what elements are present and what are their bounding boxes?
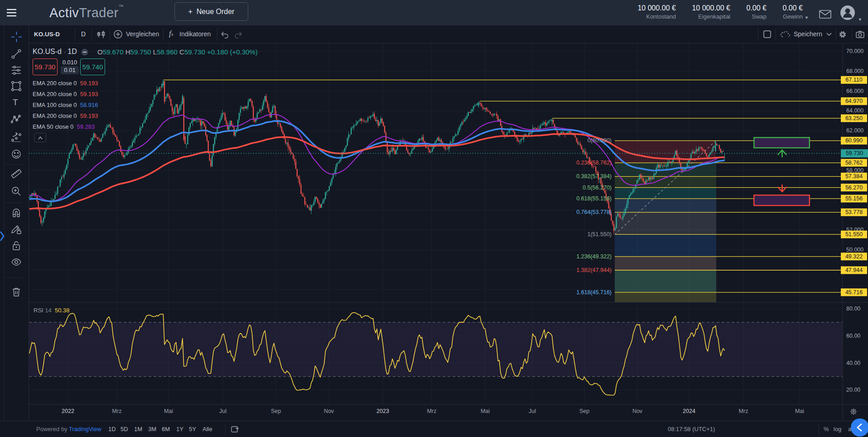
svg-text:0.618(55.156): 0.618(55.156): [576, 195, 612, 202]
svg-text:49.322: 49.322: [845, 253, 863, 260]
svg-text:Mai: Mai: [164, 408, 173, 414]
svg-text:0(60.990): 0(60.990): [587, 137, 612, 144]
svg-text:0.382(57.384): 0.382(57.384): [576, 173, 612, 180]
svg-text:1(51.550): 1(51.550): [587, 231, 612, 238]
svg-text:Nov: Nov: [324, 408, 334, 414]
svg-text:1.382(47.944): 1.382(47.944): [576, 267, 612, 273]
svg-text:57.384: 57.384: [845, 173, 863, 180]
svg-text:Sep: Sep: [579, 408, 589, 414]
svg-text:Mrz: Mrz: [112, 408, 122, 414]
svg-text:58.762: 58.762: [845, 160, 863, 166]
svg-text:Jul: Jul: [219, 408, 227, 414]
svg-text:40.00: 40.00: [846, 360, 860, 366]
svg-text:70.000: 70.000: [846, 48, 863, 54]
svg-text:51.550: 51.550: [845, 231, 863, 238]
svg-text:Mai: Mai: [795, 408, 804, 414]
svg-text:2024: 2024: [683, 408, 695, 414]
svg-text:64.000: 64.000: [846, 107, 863, 114]
svg-text:58.000: 58.000: [846, 167, 863, 174]
svg-text:1.236(49.322): 1.236(49.322): [576, 253, 612, 260]
svg-text:20.00: 20.00: [846, 387, 860, 393]
svg-text:66.000: 66.000: [846, 88, 863, 94]
svg-text:59.730: 59.730: [846, 150, 863, 156]
svg-text:56.270: 56.270: [845, 185, 863, 191]
svg-text:Mrz: Mrz: [739, 408, 748, 414]
svg-text:45.716: 45.716: [845, 289, 863, 296]
svg-text:0.5(56.270): 0.5(56.270): [583, 185, 612, 191]
svg-text:68.000: 68.000: [846, 68, 863, 74]
svg-text:2022: 2022: [62, 408, 74, 414]
svg-text:80.00: 80.00: [846, 306, 860, 312]
svg-text:62.000: 62.000: [846, 127, 863, 134]
svg-text:63.250: 63.250: [845, 115, 863, 121]
svg-text:47.944: 47.944: [845, 267, 863, 273]
svg-text:Jul: Jul: [529, 408, 536, 414]
svg-text:Mrz: Mrz: [427, 408, 437, 414]
svg-text:Sep: Sep: [271, 408, 281, 414]
svg-text:Nov: Nov: [632, 408, 643, 414]
svg-text:0.236(58.762): 0.236(58.762): [576, 160, 612, 166]
svg-text:2023: 2023: [376, 408, 389, 414]
svg-text:64.970: 64.970: [845, 98, 863, 104]
svg-text:50.000: 50.000: [846, 247, 863, 253]
svg-text:60.990: 60.990: [845, 137, 863, 144]
svg-text:1.618(45.716): 1.618(45.716): [576, 289, 612, 296]
svg-text:55.156: 55.156: [845, 195, 863, 202]
svg-text:0.764(53.778): 0.764(53.778): [576, 209, 612, 215]
svg-text:60.00: 60.00: [846, 333, 860, 339]
svg-text:Mai: Mai: [481, 408, 490, 414]
svg-text:53.778: 53.778: [845, 209, 863, 215]
svg-text:67.110: 67.110: [845, 77, 862, 83]
